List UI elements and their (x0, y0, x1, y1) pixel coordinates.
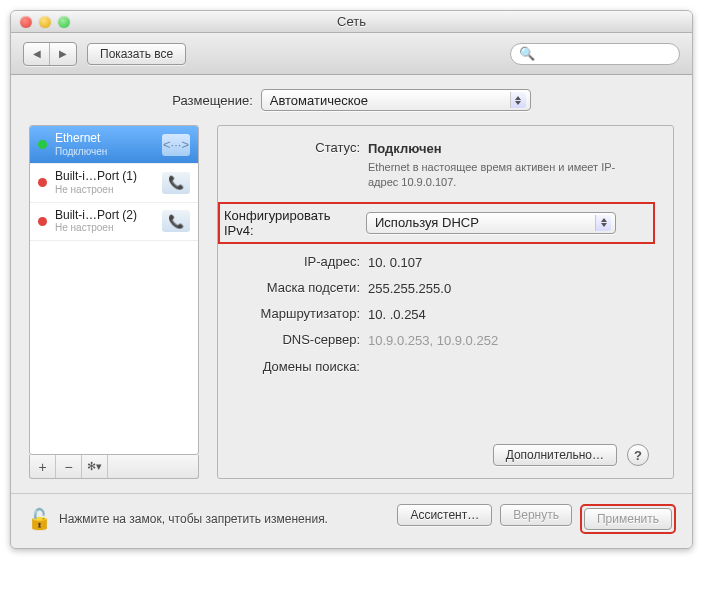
status-dot-icon (38, 140, 47, 149)
remove-service-button[interactable]: − (56, 455, 82, 478)
status-dot-icon (38, 217, 47, 226)
search-input[interactable] (541, 46, 671, 62)
chevron-left-icon: ◀ (33, 48, 41, 59)
services-footer: + − ✻▾ (29, 455, 199, 479)
location-label: Размещение: (172, 93, 253, 108)
lock-icon: 🔓 (27, 508, 52, 530)
mask-value: 255.255.255.0 (368, 280, 451, 296)
ip-label: IP-адрес: (218, 254, 368, 270)
help-icon: ? (634, 448, 642, 463)
back-button[interactable]: ◀ (24, 43, 50, 65)
mask-label: Маска подсети: (218, 280, 368, 296)
status-value: Подключен (368, 140, 628, 156)
chevron-right-icon: ▶ (59, 48, 67, 59)
assistant-label: Ассистент… (410, 508, 479, 522)
plus-icon: + (38, 459, 46, 475)
apply-highlight: Применить (580, 504, 676, 534)
gear-icon: ✻▾ (87, 460, 102, 473)
service-sub: Не настроен (55, 222, 154, 234)
dns-label: DNS-сервер: (218, 332, 368, 348)
help-button[interactable]: ? (627, 444, 649, 466)
services-list[interactable]: Ethernet Подключен <···> Built-i…Port (1… (29, 125, 199, 455)
status-row: Статус: Подключен Ethernet в настоящее в… (218, 140, 655, 190)
location-row: Размещение: Автоматическое (29, 89, 674, 111)
router-row: Маршрутизатор: 10. .0.254 (218, 306, 655, 322)
router-value: 10. .0.254 (368, 306, 426, 322)
search-icon: 🔍 (519, 46, 535, 61)
configure-ipv4-row: КонфигурироватьIPv4: Используя DHCP (218, 202, 655, 244)
apply-button[interactable]: Применить (584, 508, 672, 530)
service-name: Ethernet (55, 132, 154, 146)
status-subtext: Ethernet в настоящее время активен и име… (368, 160, 628, 190)
phone-icon: 📞 (162, 210, 190, 232)
configure-ipv4-value: Используя DHCP (375, 215, 479, 230)
window-body: Размещение: Автоматическое Ethernet Подк… (11, 75, 692, 493)
revert-button[interactable]: Вернуть (500, 504, 572, 526)
phone-icon: 📞 (162, 172, 190, 194)
search-domain-row: Домены поиска: (218, 359, 655, 375)
show-all-button[interactable]: Показать все (87, 43, 186, 65)
search-domain-label: Домены поиска: (218, 359, 368, 375)
lock-button[interactable]: 🔓 (27, 507, 49, 531)
search-field[interactable]: 🔍 (510, 43, 680, 65)
revert-label: Вернуть (513, 508, 559, 522)
mask-row: Маска подсети: 255.255.255.0 (218, 280, 655, 296)
assistant-button[interactable]: Ассистент… (397, 504, 492, 526)
titlebar: Сеть (11, 11, 692, 33)
ip-row: IP-адрес: 10. 0.107 (218, 254, 655, 270)
configure-ipv4-popup[interactable]: Используя DHCP (366, 212, 616, 234)
ip-value: 10. 0.107 (368, 254, 422, 270)
service-item-modem-1[interactable]: Built-i…Port (1) Не настроен 📞 (30, 164, 198, 202)
window-title: Сеть (11, 14, 692, 29)
footer: 🔓 Нажмите на замок, чтобы запретить изме… (11, 493, 692, 548)
advanced-label: Дополнительно… (506, 448, 604, 462)
router-label: Маршрутизатор: (218, 306, 368, 322)
service-item-ethernet[interactable]: Ethernet Подключен <···> (30, 126, 198, 164)
status-label: Статус: (218, 140, 368, 156)
service-sub: Подключен (55, 146, 154, 158)
updown-caret-icon (510, 92, 526, 108)
details-panel: Статус: Подключен Ethernet в настоящее в… (217, 125, 674, 479)
dns-row: DNS-сервер: 10.9.0.253, 10.9.0.252 (218, 332, 655, 348)
location-value: Автоматическое (270, 93, 368, 108)
ethernet-icon: <···> (162, 134, 190, 156)
advanced-row: Дополнительно… ? (218, 444, 655, 466)
service-sub: Не настроен (55, 184, 154, 196)
minus-icon: − (64, 459, 72, 475)
sidebar: Ethernet Подключен <···> Built-i…Port (1… (29, 125, 199, 479)
show-all-label: Показать все (100, 47, 173, 61)
nav-back-forward[interactable]: ◀ ▶ (23, 42, 77, 66)
apply-label: Применить (597, 512, 659, 526)
configure-label: КонфигурироватьIPv4: (224, 208, 366, 238)
add-service-button[interactable]: + (30, 455, 56, 478)
toolbar: ◀ ▶ Показать все 🔍 (11, 33, 692, 75)
service-action-button[interactable]: ✻▾ (82, 455, 108, 478)
lock-text: Нажмите на замок, чтобы запретить измене… (59, 512, 387, 526)
network-prefs-window: Сеть ◀ ▶ Показать все 🔍 Размещение: Авто… (10, 10, 693, 549)
dns-value: 10.9.0.253, 10.9.0.252 (368, 332, 498, 348)
footer-buttons: Ассистент… Вернуть Применить (397, 504, 676, 534)
forward-button[interactable]: ▶ (50, 43, 76, 65)
columns: Ethernet Подключен <···> Built-i…Port (1… (29, 125, 674, 479)
updown-caret-icon (595, 215, 611, 231)
service-item-modem-2[interactable]: Built-i…Port (2) Не настроен 📞 (30, 203, 198, 241)
status-dot-icon (38, 178, 47, 187)
service-name: Built-i…Port (2) (55, 209, 154, 223)
service-name: Built-i…Port (1) (55, 170, 154, 184)
location-popup[interactable]: Автоматическое (261, 89, 531, 111)
advanced-button[interactable]: Дополнительно… (493, 444, 617, 466)
